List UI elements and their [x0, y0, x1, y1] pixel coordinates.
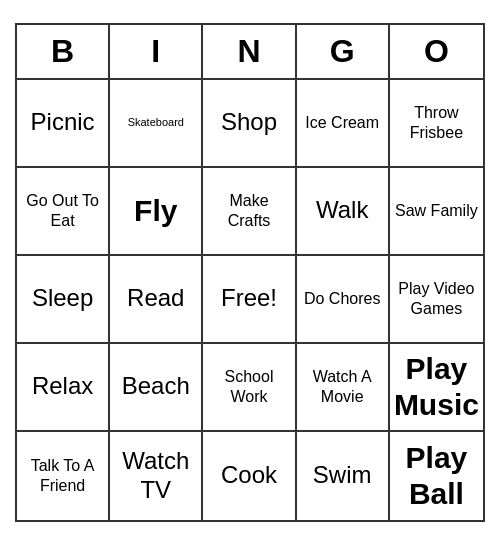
bingo-cell: Picnic	[17, 80, 110, 168]
cell-text: Ice Cream	[305, 113, 379, 132]
bingo-cell: Fly	[110, 168, 203, 256]
cell-text: Play Video Games	[394, 279, 479, 317]
bingo-cell: Do Chores	[297, 256, 390, 344]
bingo-cell: Shop	[203, 80, 296, 168]
header-letter: N	[203, 25, 296, 78]
bingo-cell: Free!	[203, 256, 296, 344]
header-letter: I	[110, 25, 203, 78]
bingo-cell: Watch A Movie	[297, 344, 390, 432]
bingo-cell: Saw Family	[390, 168, 483, 256]
cell-text: Skateboard	[128, 116, 184, 129]
bingo-card: BINGO PicnicSkateboardShopIce CreamThrow…	[15, 23, 485, 522]
cell-text: Make Crafts	[207, 191, 290, 229]
bingo-cell: Play Music	[390, 344, 483, 432]
bingo-cell: Skateboard	[110, 80, 203, 168]
cell-text: Throw Frisbee	[394, 103, 479, 141]
bingo-cell: Talk To A Friend	[17, 432, 110, 520]
cell-text: Play Ball	[394, 440, 479, 512]
cell-text: Shop	[221, 108, 277, 137]
bingo-cell: Walk	[297, 168, 390, 256]
cell-text: Swim	[313, 461, 372, 490]
cell-text: Watch TV	[114, 447, 197, 505]
bingo-cell: Watch TV	[110, 432, 203, 520]
cell-text: Fly	[134, 193, 177, 229]
cell-text: Beach	[122, 372, 190, 401]
bingo-cell: Read	[110, 256, 203, 344]
cell-text: Relax	[32, 372, 93, 401]
header-letter: G	[297, 25, 390, 78]
cell-text: Sleep	[32, 284, 93, 313]
cell-text: Play Music	[394, 351, 479, 423]
cell-text: Free!	[221, 284, 277, 313]
bingo-cell: Sleep	[17, 256, 110, 344]
cell-text: Read	[127, 284, 184, 313]
bingo-cell: Beach	[110, 344, 203, 432]
bingo-header: BINGO	[17, 25, 483, 80]
bingo-cell: Go Out To Eat	[17, 168, 110, 256]
bingo-cell: Play Video Games	[390, 256, 483, 344]
bingo-grid: PicnicSkateboardShopIce CreamThrow Frisb…	[17, 80, 483, 520]
bingo-cell: Throw Frisbee	[390, 80, 483, 168]
cell-text: Saw Family	[395, 201, 478, 220]
cell-text: Cook	[221, 461, 277, 490]
cell-text: Talk To A Friend	[21, 456, 104, 494]
header-letter: O	[390, 25, 483, 78]
cell-text: Walk	[316, 196, 368, 225]
header-letter: B	[17, 25, 110, 78]
bingo-cell: Ice Cream	[297, 80, 390, 168]
cell-text: Picnic	[31, 108, 95, 137]
cell-text: Go Out To Eat	[21, 191, 104, 229]
cell-text: Watch A Movie	[301, 367, 384, 405]
bingo-cell: Play Ball	[390, 432, 483, 520]
cell-text: Do Chores	[304, 289, 380, 308]
bingo-cell: Cook	[203, 432, 296, 520]
cell-text: School Work	[207, 367, 290, 405]
bingo-cell: Relax	[17, 344, 110, 432]
bingo-cell: Swim	[297, 432, 390, 520]
bingo-cell: Make Crafts	[203, 168, 296, 256]
bingo-cell: School Work	[203, 344, 296, 432]
